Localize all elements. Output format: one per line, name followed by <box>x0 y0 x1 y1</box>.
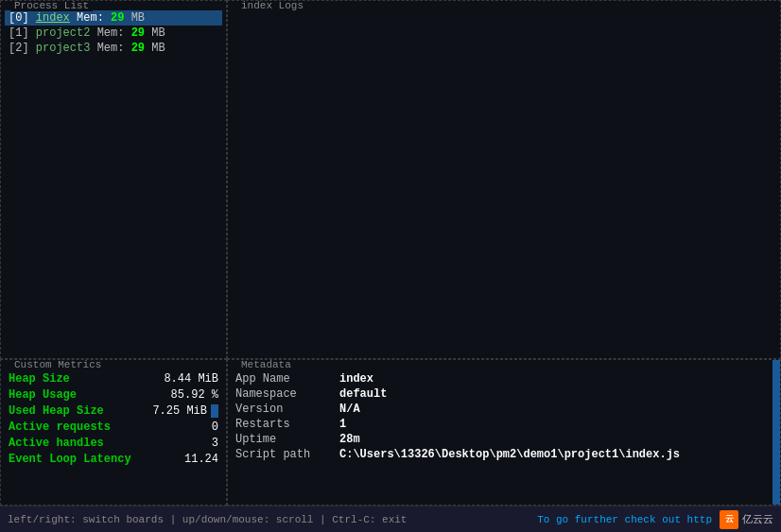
metric-value-container: 0 <box>212 420 218 434</box>
metric-value: 3 <box>212 437 218 450</box>
process-list-title: Process List <box>10 0 93 11</box>
proc-index: [0] <box>9 11 36 25</box>
metadata-content: App NameindexNamespacedefaultVersionN/AR… <box>228 360 780 466</box>
status-right: To go further check out http 云 亿云云 <box>537 510 773 529</box>
proc-mem-value: 29 <box>131 26 145 40</box>
yunnan-icon: 云 <box>720 510 738 529</box>
status-link[interactable]: To go further check out http <box>537 514 712 525</box>
meta-row: App Nameindex <box>235 371 772 386</box>
proc-mem-label: Mem: <box>77 11 104 25</box>
meta-key: Script path <box>235 448 339 461</box>
main-area: Process List [0] index Mem: 29 MB[1] pro… <box>0 0 781 359</box>
metric-label: Used Heap Size <box>9 404 104 418</box>
metric-row: Active requests0 <box>5 420 222 435</box>
meta-value: N/A <box>339 403 772 416</box>
metric-value-container: 3 <box>212 437 218 450</box>
metric-label: Heap Usage <box>9 388 77 402</box>
bottom-area: Custom Metrics Heap Size8.44 MiBHeap Usa… <box>0 359 781 506</box>
metric-value-container: 8.44 MiB <box>164 372 218 386</box>
proc-mem-value: 29 <box>131 42 145 55</box>
yunnan-text: 亿云云 <box>742 512 773 526</box>
metric-row: Heap Size8.44 MiB <box>5 371 222 386</box>
yunnan-logo: 云 亿云云 <box>720 510 773 529</box>
logs-panel: index Logs <box>227 0 781 359</box>
meta-key: Version <box>235 403 339 416</box>
meta-value: default <box>339 387 772 401</box>
meta-value: 28m <box>339 433 772 446</box>
metric-value-container: 85.92 % <box>171 388 218 402</box>
metric-value: 0 <box>212 420 218 434</box>
meta-value: 1 <box>339 418 772 431</box>
process-item[interactable]: [0] index Mem: 29 MB <box>5 10 222 26</box>
proc-index: [1] <box>9 26 36 40</box>
process-item[interactable]: [1] project2 Mem: 29 MB <box>5 26 222 41</box>
metric-value: 11.24 <box>184 453 218 466</box>
proc-name: project3 <box>36 42 91 55</box>
proc-mem-label: Mem: <box>97 42 125 55</box>
proc-mem-unit: MB <box>145 26 165 40</box>
proc-mem-label: Mem: <box>97 26 125 40</box>
meta-value: C:\Users\13326\Desktop\pm2\demo1\project… <box>339 448 772 461</box>
meta-key: Uptime <box>235 433 339 446</box>
metric-label: Event Loop Latency <box>9 453 131 466</box>
meta-row: Namespacedefault <box>235 386 772 402</box>
proc-mem-unit: MB <box>124 11 145 25</box>
meta-key: App Name <box>235 372 339 386</box>
metric-value: 8.44 MiB <box>164 372 218 386</box>
metric-bar <box>211 404 218 418</box>
meta-row: VersionN/A <box>235 402 772 417</box>
proc-index: [2] <box>9 42 36 55</box>
metric-row: Heap Usage85.92 % <box>5 387 222 403</box>
metadata-title: Metadata <box>237 359 295 370</box>
meta-row: Script pathC:\Users\13326\Desktop\pm2\de… <box>235 447 772 462</box>
meta-row: Uptime28m <box>235 432 772 447</box>
metric-label: Active requests <box>9 420 111 434</box>
metric-value: 7.25 MiB <box>152 404 207 418</box>
metric-label: Active handles <box>9 437 104 450</box>
metrics-content: Heap Size8.44 MiBHeap Usage85.92 %Used H… <box>1 360 226 472</box>
logs-title: index Logs <box>237 0 307 11</box>
metric-row: Event Loop Latency11.24 <box>5 452 222 467</box>
metric-value-container: 11.24 <box>184 453 218 466</box>
proc-name: project2 <box>36 26 91 40</box>
metric-value-container: 7.25 MiB <box>152 404 218 418</box>
status-bar: left/right: switch boards | up/down/mous… <box>0 506 781 532</box>
proc-mem-unit: MB <box>145 42 165 55</box>
proc-mem-value: 29 <box>111 11 124 25</box>
metric-value: 85.92 % <box>171 388 218 402</box>
meta-row: Restarts1 <box>235 417 772 432</box>
metrics-title: Custom Metrics <box>10 359 105 370</box>
meta-key: Restarts <box>235 418 339 431</box>
metrics-panel: Custom Metrics Heap Size8.44 MiBHeap Usa… <box>0 359 227 506</box>
metric-row: Active handles3 <box>5 436 222 451</box>
proc-name: index <box>36 11 70 25</box>
metadata-scrollbar[interactable] <box>772 360 780 505</box>
process-item[interactable]: [2] project3 Mem: 29 MB <box>5 41 222 56</box>
metric-row: Used Heap Size7.25 MiB <box>5 403 222 419</box>
meta-key: Namespace <box>235 387 339 401</box>
meta-value: index <box>339 372 772 386</box>
metadata-panel: Metadata App NameindexNamespacedefaultVe… <box>227 359 781 506</box>
process-list-panel: Process List [0] index Mem: 29 MB[1] pro… <box>0 0 227 359</box>
status-left-text: left/right: switch boards | up/down/mous… <box>8 514 407 525</box>
metric-label: Heap Size <box>9 372 70 386</box>
